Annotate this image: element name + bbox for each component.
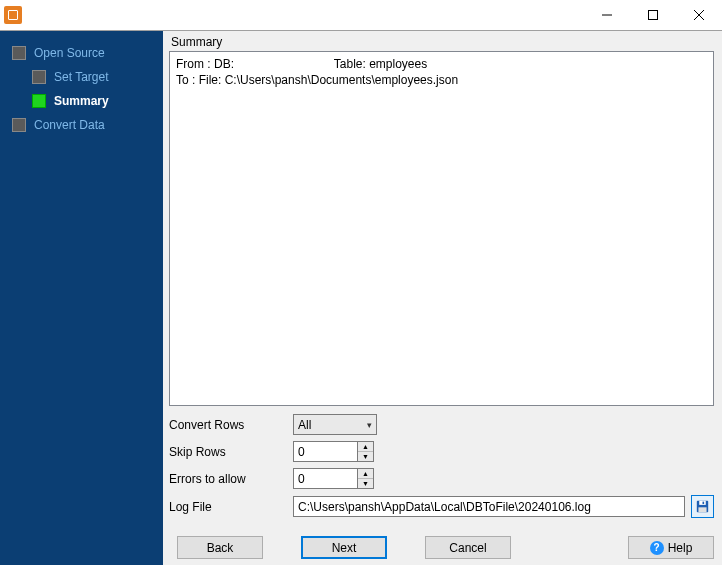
maximize-button[interactable] (630, 0, 676, 30)
convert-rows-select-wrap: All ▾ (293, 414, 377, 435)
summary-title: Summary (171, 35, 714, 49)
close-button[interactable] (676, 0, 722, 30)
cancel-button[interactable]: Cancel (425, 536, 511, 559)
errors-input[interactable] (293, 468, 357, 489)
help-icon: ? (650, 541, 664, 555)
spinner-down-button[interactable]: ▼ (358, 452, 373, 461)
nav-item-convert-data[interactable]: Convert Data (0, 113, 163, 137)
form-area: Convert Rows All ▾ Skip Rows ▲ ▼ (169, 414, 714, 524)
content-panel: Summary From : DB: Table: employees To :… (163, 31, 722, 565)
svg-rect-7 (703, 502, 705, 504)
spinner-down-button[interactable]: ▼ (358, 479, 373, 488)
summary-from-line: From : DB: Table: employees (176, 56, 707, 72)
svg-rect-1 (649, 11, 658, 20)
browse-button[interactable] (691, 495, 714, 518)
skip-rows-input[interactable] (293, 441, 357, 462)
app-icon (4, 6, 22, 24)
help-button[interactable]: ? Help (628, 536, 714, 559)
errors-spinner: ▲ ▼ (293, 468, 374, 489)
convert-rows-label: Convert Rows (169, 418, 293, 432)
nav-label: Summary (54, 94, 109, 108)
errors-row: Errors to allow ▲ ▼ (169, 468, 714, 489)
logfile-input[interactable] (293, 496, 685, 517)
nav-step-icon (12, 118, 26, 132)
spinner-buttons: ▲ ▼ (357, 468, 374, 489)
titlebar-left (0, 6, 22, 24)
nav-item-summary[interactable]: Summary (0, 89, 163, 113)
help-label: Help (668, 541, 693, 555)
svg-rect-6 (698, 507, 706, 512)
convert-rows-select[interactable]: All (293, 414, 377, 435)
spinner-up-button[interactable]: ▲ (358, 469, 373, 479)
nav-label: Open Source (34, 46, 105, 60)
main-container: Open Source Set Target Summary Convert D… (0, 30, 722, 565)
minimize-button[interactable] (584, 0, 630, 30)
nav-label: Set Target (54, 70, 108, 84)
button-bar: Back Next Cancel ? Help (169, 530, 714, 559)
next-button[interactable]: Next (301, 536, 387, 559)
logfile-label: Log File (169, 500, 293, 514)
window-controls (584, 0, 722, 30)
nav-step-icon (32, 94, 46, 108)
save-disk-icon (696, 500, 709, 513)
spinner-up-button[interactable]: ▲ (358, 442, 373, 452)
summary-to-line: To : File: C:\Users\pansh\Documents\empl… (176, 72, 707, 88)
nav-step-icon (12, 46, 26, 60)
sidebar: Open Source Set Target Summary Convert D… (0, 31, 163, 565)
logfile-row: Log File (169, 495, 714, 518)
skip-rows-label: Skip Rows (169, 445, 293, 459)
nav-item-set-target[interactable]: Set Target (0, 65, 163, 89)
skip-rows-spinner: ▲ ▼ (293, 441, 374, 462)
nav-item-open-source[interactable]: Open Source (0, 41, 163, 65)
titlebar (0, 0, 722, 30)
spinner-buttons: ▲ ▼ (357, 441, 374, 462)
skip-rows-row: Skip Rows ▲ ▼ (169, 441, 714, 462)
nav-step-icon (32, 70, 46, 84)
back-button[interactable]: Back (177, 536, 263, 559)
convert-rows-row: Convert Rows All ▾ (169, 414, 714, 435)
errors-label: Errors to allow (169, 472, 293, 486)
summary-textbox: From : DB: Table: employees To : File: C… (169, 51, 714, 406)
nav-label: Convert Data (34, 118, 105, 132)
